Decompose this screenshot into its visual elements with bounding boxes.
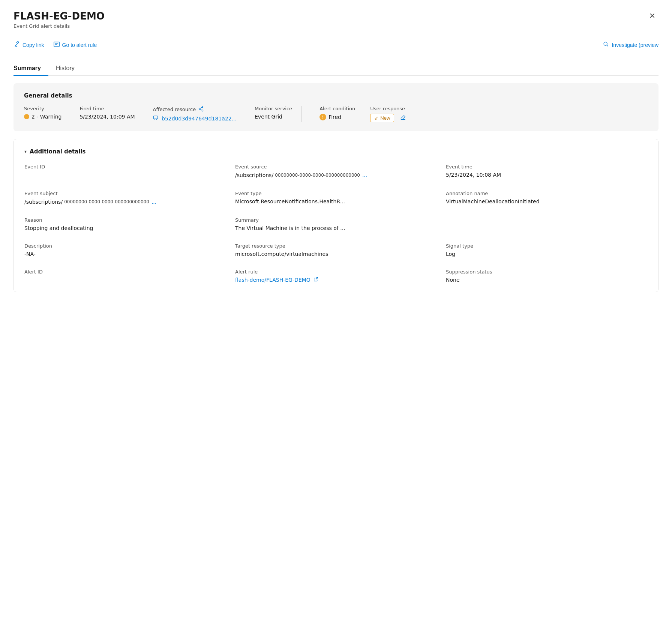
signal-type-item: Signal type Log xyxy=(446,243,648,257)
suppression-status-label: Suppression status xyxy=(446,269,648,275)
event-subject-label: Event subject xyxy=(24,191,226,196)
target-resource-type-label: Target resource type xyxy=(235,243,437,249)
additional-details-title: Additional details xyxy=(30,148,86,155)
annotation-name-item: Annotation name VirtualMachineDeallocati… xyxy=(446,191,648,205)
user-response-label: User response xyxy=(370,106,406,111)
affected-resource-value[interactable]: b52d0d3d947649d181a22... xyxy=(153,115,237,122)
severity-label: Severity xyxy=(24,106,62,111)
close-button[interactable]: ✕ xyxy=(646,11,658,21)
description-label: Description xyxy=(24,243,226,249)
alert-rule-label: Alert rule xyxy=(235,269,437,275)
general-details-columns: Severity 2 - Warning Fired time 5/23/202… xyxy=(24,106,648,122)
event-source-label: Event source xyxy=(235,164,437,170)
tabs-bar: Summary History xyxy=(14,61,658,76)
toolbar: Copy link Go to alert rule Investigate (… xyxy=(14,35,658,55)
event-source-item: Event source /subscriptions/ 00000000-00… xyxy=(235,164,437,179)
svg-point-2 xyxy=(202,107,203,108)
copy-link-label: Copy link xyxy=(22,42,44,48)
reason-label: Reason xyxy=(24,217,226,223)
reason-item: Reason Stopping and deallocating xyxy=(24,217,226,231)
panel-header: FLASH-EG-DEMO Event Grid alert details ✕ xyxy=(14,11,658,29)
event-id-item: Event ID xyxy=(24,164,226,179)
event-id-label: Event ID xyxy=(24,164,226,170)
alert-rule-item: Alert rule flash-demo/FLASH-EG-DEMO xyxy=(235,269,437,283)
alert-condition-column: Alert condition ! Fired xyxy=(320,106,355,120)
external-link-icon xyxy=(314,277,318,283)
event-type-value: Microsoft.ResourceNotifications.HealthR.… xyxy=(235,198,437,204)
alert-rule-icon xyxy=(53,41,60,49)
event-time-value: 5/23/2024, 10:08 AM xyxy=(446,172,648,178)
affected-resource-column: Affected resource xyxy=(153,106,237,122)
suppression-status-value: None xyxy=(446,277,648,283)
new-arrow-icon: ↙ xyxy=(374,115,378,121)
copy-link-button[interactable]: Copy link xyxy=(14,39,44,50)
additional-details-card: ▾ Additional details Event ID Event sour… xyxy=(14,139,658,292)
alert-condition-label: Alert condition xyxy=(320,106,355,111)
target-resource-type-item: Target resource type microsoft.compute/v… xyxy=(235,243,437,257)
details-grid: Event ID Event source /subscriptions/ 00… xyxy=(24,164,648,283)
event-time-item: Event time 5/23/2024, 10:08 AM xyxy=(446,164,648,179)
user-response-column: User response ↙ New xyxy=(370,106,406,122)
panel-subtitle: Event Grid alert details xyxy=(14,23,105,29)
monitor-service-column: Monitor service Event Grid xyxy=(255,106,292,120)
edit-user-response-button[interactable] xyxy=(400,114,406,122)
svg-rect-5 xyxy=(153,116,158,119)
additional-details-header: ▾ Additional details xyxy=(24,148,648,155)
annotation-name-label: Annotation name xyxy=(446,191,648,196)
tab-summary[interactable]: Summary xyxy=(14,61,48,75)
event-time-label: Event time xyxy=(446,164,648,170)
alert-panel: FLASH-EG-DEMO Event Grid alert details ✕… xyxy=(0,0,672,303)
target-resource-type-value: microsoft.compute/virtualmachines xyxy=(235,251,437,257)
search-icon xyxy=(603,41,609,49)
summary-field-item: Summary The Virtual Machine is in the pr… xyxy=(235,217,437,231)
event-type-label: Event type xyxy=(235,191,437,196)
svg-point-4 xyxy=(199,108,200,110)
chevron-down-icon: ▾ xyxy=(24,149,27,154)
alert-id-label: Alert ID xyxy=(24,269,226,275)
share-icon xyxy=(198,106,204,113)
new-badge-button[interactable]: ↙ New xyxy=(370,114,394,122)
panel-title-group: FLASH-EG-DEMO Event Grid alert details xyxy=(14,11,105,29)
panel-title: FLASH-EG-DEMO xyxy=(14,11,105,22)
description-item: Description -NA- xyxy=(24,243,226,257)
monitor-service-label: Monitor service xyxy=(255,106,292,111)
severity-value: 2 - Warning xyxy=(24,114,62,120)
svg-point-1 xyxy=(604,42,608,45)
annotation-name-value: VirtualMachineDeallocationInitiated xyxy=(446,198,648,204)
monitor-service-value: Event Grid xyxy=(255,114,292,120)
fired-time-value: 5/23/2024, 10:09 AM xyxy=(80,114,135,120)
signal-type-label: Signal type xyxy=(446,243,648,249)
summary-field-value: The Virtual Machine is in the process of… xyxy=(235,225,437,231)
warning-icon: ! xyxy=(320,114,326,120)
event-subject-ellipsis-button[interactable]: ... xyxy=(151,198,157,205)
alert-id-item: Alert ID xyxy=(24,269,226,283)
resource-chat-icon xyxy=(153,116,160,122)
event-type-item: Event type Microsoft.ResourceNotificatio… xyxy=(235,191,437,205)
link-icon xyxy=(14,41,20,49)
reason-value: Stopping and deallocating xyxy=(24,225,226,231)
empty-spacer xyxy=(446,217,648,231)
general-details-title: General details xyxy=(24,92,648,99)
investigate-label: Investigate (preview xyxy=(612,42,658,48)
alert-rule-value[interactable]: flash-demo/FLASH-EG-DEMO xyxy=(235,277,437,283)
tab-history[interactable]: History xyxy=(56,61,82,75)
fired-time-column: Fired time 5/23/2024, 10:09 AM xyxy=(80,106,135,120)
affected-resource-label: Affected resource xyxy=(153,106,237,113)
column-divider xyxy=(301,106,302,122)
suppression-status-item: Suppression status None xyxy=(446,269,648,283)
go-to-alert-rule-label: Go to alert rule xyxy=(62,42,97,48)
severity-column: Severity 2 - Warning xyxy=(24,106,62,120)
event-subject-item: Event subject /subscriptions/00000000-00… xyxy=(24,191,226,205)
event-subject-value: /subscriptions/00000000-0000-0000-000000… xyxy=(24,198,226,205)
event-source-value: /subscriptions/ 00000000-0000-0000-00000… xyxy=(235,172,437,179)
go-to-alert-rule-button[interactable]: Go to alert rule xyxy=(53,39,97,50)
svg-point-3 xyxy=(202,110,203,111)
signal-type-value: Log xyxy=(446,251,648,257)
summary-field-label: Summary xyxy=(235,217,437,223)
event-source-ellipsis-button[interactable]: ... xyxy=(362,172,368,179)
investigate-button[interactable]: Investigate (preview xyxy=(603,39,658,50)
general-details-card: General details Severity 2 - Warning Fir… xyxy=(14,83,658,131)
severity-dot xyxy=(24,114,29,119)
alert-condition-value: ! Fired xyxy=(320,114,355,120)
fired-time-label: Fired time xyxy=(80,106,135,111)
